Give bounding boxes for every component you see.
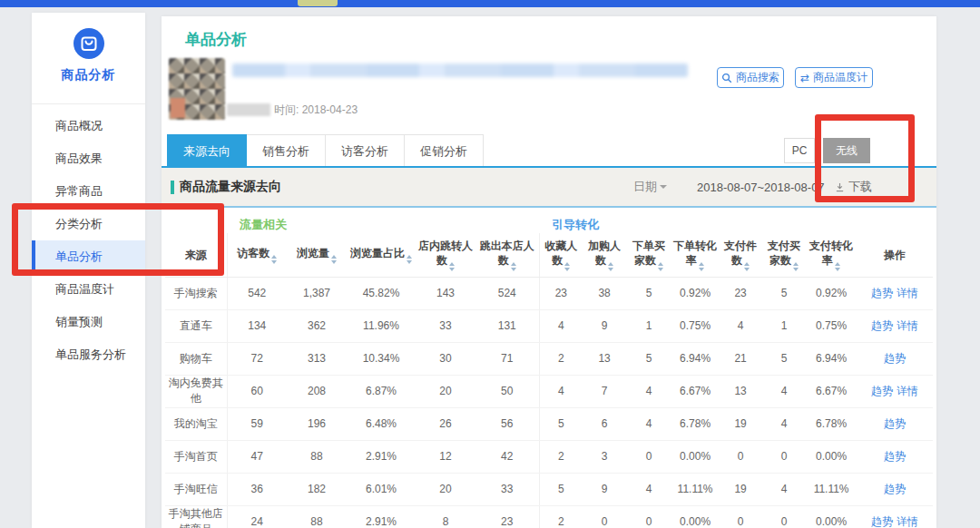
cell-actions: 趋势 xyxy=(857,440,933,473)
cell-value: 2.91% xyxy=(347,505,416,528)
cell-value: 12 xyxy=(416,440,475,473)
sort-up-arrow xyxy=(564,262,570,266)
cell-value: 71 xyxy=(475,342,539,375)
cell-actions: 趋势详情 xyxy=(857,375,933,407)
trend-link[interactable]: 趋势 xyxy=(871,319,893,332)
table-column-header-row: 来源访客数浏览量浏览量占比店内跳转人数跳出本店人数收藏人数加购人数下单买家数下单… xyxy=(165,233,933,277)
column-header-12: 支付转化率 xyxy=(806,233,857,277)
sort-icon[interactable] xyxy=(331,255,337,264)
trend-link[interactable]: 趋势 xyxy=(871,287,893,299)
cell-value: 6 xyxy=(583,407,626,440)
cell-actions: 趋势详情 xyxy=(857,309,933,342)
cell-value: 0.00% xyxy=(806,505,857,528)
detail-link[interactable]: 详情 xyxy=(897,319,918,332)
cell-value: 0 xyxy=(626,440,671,473)
detail-link[interactable]: 详情 xyxy=(897,385,918,397)
trend-link[interactable]: 趋势 xyxy=(871,385,893,397)
sidebar-item-4[interactable]: 分类分析 xyxy=(32,208,145,240)
cell-value: 2 xyxy=(539,505,583,528)
column-header-5: 跳出本店人数 xyxy=(475,233,539,277)
sort-icon[interactable] xyxy=(699,262,704,271)
sort-icon[interactable] xyxy=(744,262,750,271)
cell-value: 7 xyxy=(583,375,626,407)
swap-icon: ⇄ xyxy=(800,73,809,83)
trend-link[interactable]: 趋势 xyxy=(871,515,893,528)
cell-value: 362 xyxy=(287,309,347,342)
sidebar-item-3[interactable]: 异常商品 xyxy=(32,175,145,208)
table-row: 我的淘宝591966.48%26565646.78%1946.78%趋势 xyxy=(165,407,933,440)
tab-1[interactable]: 来源去向 xyxy=(167,134,247,167)
sidebar-item-1[interactable]: 商品概况 xyxy=(32,110,145,142)
sidebar-item-2[interactable]: 商品效果 xyxy=(32,142,145,175)
product-time-label: 时间: 2018-04-23 xyxy=(274,103,358,118)
trend-link[interactable]: 趋势 xyxy=(884,417,906,430)
cell-value: 0 xyxy=(583,505,626,528)
cell-value: 4 xyxy=(762,375,806,407)
cell-value: 6.87% xyxy=(347,375,416,407)
cell-value: 6.94% xyxy=(671,342,719,375)
device-toggle-wireless[interactable]: 无线 xyxy=(823,138,870,163)
sort-icon[interactable] xyxy=(564,262,570,271)
trend-link[interactable]: 趋势 xyxy=(884,483,906,495)
cell-source: 手淘搜索 xyxy=(165,277,227,309)
download-label: 下载 xyxy=(848,179,872,195)
sort-up-arrow xyxy=(407,255,412,259)
cell-value: 0.00% xyxy=(806,440,857,473)
sort-up-arrow xyxy=(835,262,840,266)
sort-icon[interactable] xyxy=(449,262,455,271)
sidebar-item-7[interactable]: 销量预测 xyxy=(32,306,145,338)
sidebar-item-8[interactable]: 单品服务分析 xyxy=(32,338,145,371)
cell-value: 11.11% xyxy=(806,473,857,505)
cell-value: 11.11% xyxy=(671,473,719,505)
product-thermometer-button[interactable]: ⇄ 商品温度计 xyxy=(795,67,873,88)
detail-link[interactable]: 详情 xyxy=(897,287,918,299)
sidebar-item-5[interactable]: 单品分析 xyxy=(32,240,145,273)
product-time-redacted xyxy=(227,103,270,116)
trend-link[interactable]: 趋势 xyxy=(884,450,906,463)
main-content-card: 单品分析 时间: 2018-04-23 商品搜索 ⇄ 商品温度计 来源去向销售分… xyxy=(162,16,936,528)
sort-icon[interactable] xyxy=(658,262,663,271)
section-title-label: 商品流量来源去向 xyxy=(180,179,281,195)
cell-value: 50 xyxy=(475,375,539,407)
sort-down-arrow xyxy=(331,260,337,264)
group-header-conversion: 引导转化 xyxy=(539,210,857,233)
device-toggle-pc[interactable]: PC xyxy=(784,138,815,163)
product-search-button[interactable]: 商品搜索 xyxy=(717,67,784,88)
sort-icon[interactable] xyxy=(835,262,840,271)
sort-icon[interactable] xyxy=(271,255,277,264)
cell-actions: 趋势 xyxy=(857,473,933,505)
sort-down-arrow xyxy=(271,260,277,264)
tab-4[interactable]: 促销分析 xyxy=(405,134,484,167)
date-filter-label: 日期 xyxy=(633,179,657,195)
sort-up-arrow xyxy=(793,262,799,266)
cell-value: 6.78% xyxy=(806,407,857,440)
download-link[interactable]: 下载 xyxy=(835,179,872,195)
cell-value: 6.94% xyxy=(806,342,857,375)
sort-icon[interactable] xyxy=(793,262,799,271)
cell-value: 542 xyxy=(227,277,287,309)
detail-link[interactable]: 详情 xyxy=(897,515,918,528)
sort-up-arrow xyxy=(271,255,277,259)
cell-value: 0.75% xyxy=(806,309,857,342)
sort-icon[interactable] xyxy=(511,262,516,271)
trend-link[interactable]: 趋势 xyxy=(884,352,906,365)
cell-value: 182 xyxy=(287,473,347,505)
cell-value: 10.34% xyxy=(347,342,416,375)
date-filter-dropdown[interactable]: 日期 xyxy=(633,179,667,195)
cell-value: 9 xyxy=(583,309,626,342)
cell-value: 30 xyxy=(416,342,475,375)
sort-down-arrow xyxy=(564,268,570,271)
sort-icon[interactable] xyxy=(407,255,412,264)
sidebar-item-6[interactable]: 商品温度计 xyxy=(32,273,145,306)
cell-value: 208 xyxy=(287,375,347,407)
browser-top-bar xyxy=(0,0,980,7)
tab-2[interactable]: 销售分析 xyxy=(247,134,326,167)
sort-up-arrow xyxy=(449,262,455,266)
cell-value: 26 xyxy=(416,407,475,440)
cell-value: 4 xyxy=(762,473,806,505)
column-header-10: 支付件数 xyxy=(719,233,762,277)
group-header-blank xyxy=(165,210,227,233)
tab-3[interactable]: 访客分析 xyxy=(326,134,405,167)
sort-icon[interactable] xyxy=(608,262,613,271)
cell-value: 38 xyxy=(583,277,626,309)
